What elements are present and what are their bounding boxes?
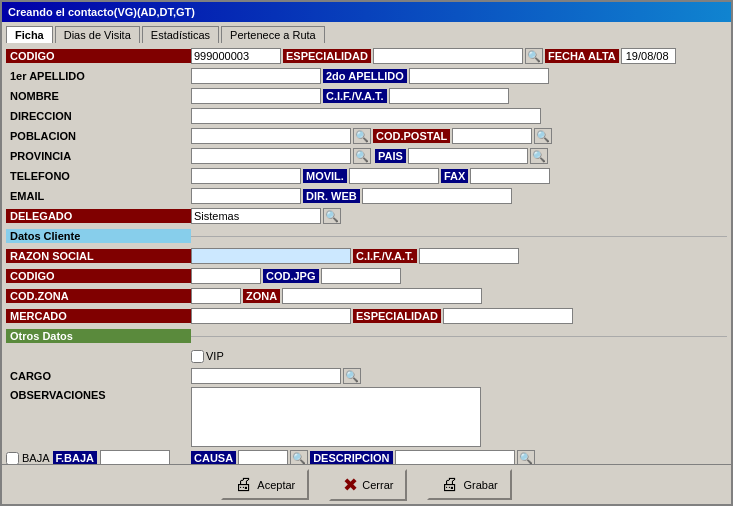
grabar-button[interactable]: 🖨 Grabar	[427, 469, 511, 500]
movil-label: MOVIL.	[303, 169, 347, 183]
cif2-label: C.I.F./V.A.T.	[353, 249, 417, 263]
mercado-label: MERCADO	[6, 309, 191, 323]
cif-label: C.I.F./V.A.T.	[323, 89, 387, 103]
baja-row: BAJA F.BAJA CAUSA 🔍 DESCRIPCION 🔍	[6, 449, 727, 464]
direccion-input[interactable]	[191, 108, 541, 124]
tab-estadisticas[interactable]: Estadísticas	[142, 26, 219, 43]
observaciones-label: OBSERVACIONES	[6, 387, 191, 402]
cargo-search-btn[interactable]: 🔍	[343, 368, 361, 384]
pais-input[interactable]	[408, 148, 528, 164]
bottom-bar: 🖨 Aceptar ✖ Cerrar 🖨 Grabar	[2, 464, 731, 504]
search-icon: 🔍	[355, 130, 369, 143]
cargo-input[interactable]	[191, 368, 341, 384]
cerrar-button[interactable]: ✖ Cerrar	[329, 469, 407, 501]
codigo-row: CODIGO ESPECIALIDAD 🔍 FECHA ALTA 19/08/0…	[6, 47, 727, 65]
movil-input[interactable]	[349, 168, 439, 184]
cif2-input[interactable]	[419, 248, 519, 264]
codigo-input[interactable]	[191, 48, 281, 64]
especialidad2-input[interactable]	[443, 308, 573, 324]
mercado-input[interactable]	[191, 308, 351, 324]
tab-dias-visita[interactable]: Dias de Visita	[55, 26, 140, 43]
title-bar: Creando el contacto(VG)(AD,DT,GT)	[2, 2, 731, 22]
razon-social-input[interactable]	[191, 248, 351, 264]
cargo-label: CARGO	[6, 369, 191, 383]
razon-social-label: RAZON SOCIAL	[6, 249, 191, 263]
poblacion-search-btn[interactable]: 🔍	[353, 128, 371, 144]
aceptar-button[interactable]: 🖨 Aceptar	[221, 469, 309, 500]
nombre-label: NOMBRE	[6, 89, 191, 103]
search-icon: 🔍	[519, 452, 533, 465]
search-icon: 🔍	[536, 130, 550, 143]
apellido2-input[interactable]	[409, 68, 549, 84]
fax-input[interactable]	[470, 168, 550, 184]
search-icon: 🔍	[527, 50, 541, 63]
provincia-search-btn[interactable]: 🔍	[353, 148, 371, 164]
email-input[interactable]	[191, 188, 301, 204]
razon-social-row: RAZON SOCIAL C.I.F./V.A.T.	[6, 247, 727, 265]
zona-input[interactable]	[282, 288, 482, 304]
vip-checkbox[interactable]	[191, 350, 204, 363]
search-icon: 🔍	[532, 150, 546, 163]
causa-label: CAUSA	[191, 451, 236, 464]
aceptar-label: Aceptar	[257, 479, 295, 491]
aceptar-icon: 🖨	[235, 474, 253, 495]
observaciones-input[interactable]	[191, 387, 481, 447]
window-title: Creando el contacto(VG)(AD,DT,GT)	[8, 6, 195, 18]
telefono-input[interactable]	[191, 168, 301, 184]
cod-postal-search-btn[interactable]: 🔍	[534, 128, 552, 144]
grabar-icon: 🖨	[441, 474, 459, 495]
search-icon: 🔍	[325, 210, 339, 223]
direccion-label: DIRECCION	[6, 109, 191, 123]
causa-search-btn[interactable]: 🔍	[290, 450, 308, 464]
tab-ficha[interactable]: Ficha	[6, 26, 53, 43]
tab-pertenece-ruta[interactable]: Pertenece a Ruta	[221, 26, 325, 43]
causa-input[interactable]	[238, 450, 288, 464]
especialidad-input[interactable]	[373, 48, 523, 64]
otros-divider	[191, 336, 727, 337]
f-baja-input[interactable]	[100, 450, 170, 464]
dir-web-input[interactable]	[362, 188, 512, 204]
baja-section: BAJA F.BAJA	[6, 450, 191, 464]
search-icon: 🔍	[292, 452, 306, 465]
delegado-input[interactable]	[191, 208, 321, 224]
especialidad-search-btn[interactable]: 🔍	[525, 48, 543, 64]
cod-zona-row: COD.ZONA ZONA	[6, 287, 727, 305]
codigo2-input[interactable]	[191, 268, 261, 284]
codigo2-row: CODIGO COD.JPG	[6, 267, 727, 285]
cif-input[interactable]	[389, 88, 509, 104]
descripcion-input[interactable]	[395, 450, 515, 464]
observaciones-row: OBSERVACIONES	[6, 387, 727, 447]
baja-label: BAJA	[22, 452, 50, 464]
baja-checkbox[interactable]	[6, 452, 19, 465]
delegado-search-btn[interactable]: 🔍	[323, 208, 341, 224]
apellido1-input[interactable]	[191, 68, 321, 84]
zona-label: ZONA	[243, 289, 280, 303]
provincia-row: PROVINCIA 🔍 PAIS 🔍	[6, 147, 727, 165]
email-label: EMAIL	[6, 189, 191, 203]
descripcion-label: DESCRIPCION	[310, 451, 392, 464]
cod-zona-input[interactable]	[191, 288, 241, 304]
cod-postal-label: COD.POSTAL	[373, 129, 450, 143]
delegado-row: DELEGADO 🔍	[6, 207, 727, 225]
nombre-row: NOMBRE C.I.F./V.A.T.	[6, 87, 727, 105]
vip-row: VIP	[6, 347, 727, 365]
cod-jpg-input[interactable]	[321, 268, 401, 284]
vip-label: VIP	[206, 350, 224, 362]
nombre-input[interactable]	[191, 88, 321, 104]
main-window: Creando el contacto(VG)(AD,DT,GT) Ficha …	[0, 0, 733, 506]
codigo-fields: ESPECIALIDAD 🔍 FECHA ALTA 19/08/08	[191, 48, 727, 64]
cod-postal-input[interactable]	[452, 128, 532, 144]
cod-jpg-label: COD.JPG	[263, 269, 319, 283]
provincia-input[interactable]	[191, 148, 351, 164]
search-icon: 🔍	[355, 150, 369, 163]
f-baja-label: F.BAJA	[53, 451, 98, 464]
descripcion-search-btn[interactable]: 🔍	[517, 450, 535, 464]
especialidad2-label: ESPECIALIDAD	[353, 309, 441, 323]
direccion-row: DIRECCION	[6, 107, 727, 125]
poblacion-input[interactable]	[191, 128, 351, 144]
apellido1-label: 1er APELLIDO	[6, 69, 191, 83]
cargo-row: CARGO 🔍	[6, 367, 727, 385]
grabar-label: Grabar	[463, 479, 497, 491]
pais-search-btn[interactable]: 🔍	[530, 148, 548, 164]
mercado-row: MERCADO ESPECIALIDAD	[6, 307, 727, 325]
